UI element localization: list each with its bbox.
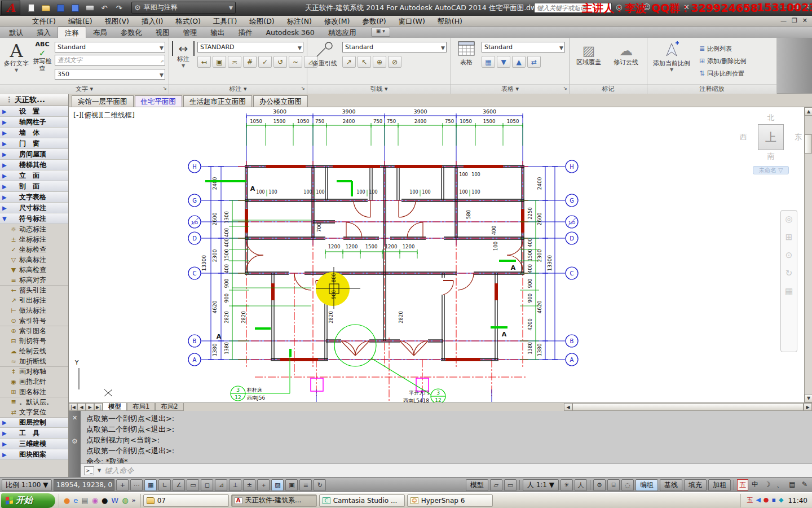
table-tool-icon[interactable]: ▼ xyxy=(497,56,510,68)
table-tool-icon[interactable]: ▲ xyxy=(512,56,526,68)
menu-item[interactable]: 工具(T) xyxy=(207,16,243,27)
text-height-combo[interactable]: 350▼ xyxy=(55,69,165,80)
sidebar-item[interactable]: ▼ 符号标注 xyxy=(0,213,68,224)
lock-icon[interactable]: ⌸ xyxy=(607,479,620,491)
sidebar-item[interactable]: ▶ 设 置 xyxy=(0,106,68,117)
status-toggle-icon[interactable]: ⟂ xyxy=(229,479,241,491)
tray-icon[interactable]: ◆ xyxy=(779,496,783,505)
ime-bar-icon[interactable]: 五 xyxy=(737,479,748,491)
sidebar-item[interactable]: ≈ 加折断线 xyxy=(0,356,68,366)
drawing-tab[interactable]: 生活超市正立面图 xyxy=(183,95,252,107)
mtext-button[interactable]: A 多行文字▼ xyxy=(3,41,29,73)
status-toggle-icon[interactable]: ▭ xyxy=(187,479,199,491)
pan-icon[interactable]: ⊞ xyxy=(785,232,793,242)
menu-item[interactable]: 修改(M) xyxy=(318,16,356,27)
sidebar-item[interactable]: ▶ 图层控制 xyxy=(0,417,68,428)
sidebar-item[interactable]: ☼ 动态标注 xyxy=(0,224,68,234)
wrench-icon[interactable]: ⚙ xyxy=(69,437,81,445)
doc-close-button[interactable]: ✕ xyxy=(802,17,807,24)
sidebar-item[interactable]: ⊟ 剖切符号 xyxy=(0,336,68,346)
viewcube-north[interactable]: 北 xyxy=(740,113,802,123)
add-current-scale-button[interactable]: 添加当前比例▼ xyxy=(650,41,694,72)
autocad-logo-button[interactable]: A xyxy=(1,1,20,15)
chevron-down-icon[interactable]: ▼ xyxy=(98,468,101,473)
status-toggle-icon[interactable]: ± xyxy=(243,479,255,491)
scroll-left-button[interactable]: ◀ xyxy=(564,403,572,411)
doc-restore-button[interactable]: ❐ xyxy=(792,17,797,24)
quick-launch-icon[interactable]: e xyxy=(73,496,78,505)
horizontal-scroll-thumb[interactable] xyxy=(572,403,804,411)
menu-item[interactable]: 视图(V) xyxy=(99,16,135,27)
scale-list-button[interactable]: ⊞ 添加/删除比例 xyxy=(699,55,747,67)
dim-tool-icon[interactable]: ≍ xyxy=(228,56,241,68)
quick-launch-icon[interactable]: ● xyxy=(64,496,70,505)
horizontal-scrollbar[interactable]: ◀ ▶ xyxy=(564,403,812,411)
ribbon-tab[interactable]: Autodesk 360 xyxy=(259,27,321,38)
sidebar-item[interactable]: ± 坐标标注 xyxy=(0,234,68,244)
sidebar-item[interactable]: ▶ 图块图案 xyxy=(0,449,68,460)
showmotion-icon[interactable]: ▦ xyxy=(785,286,793,296)
ribbon-tab[interactable]: 布局 xyxy=(86,27,114,38)
ribbon-tab[interactable]: 精选应用 xyxy=(321,27,363,38)
menu-item[interactable]: 插入(I) xyxy=(135,16,169,27)
markup-button[interactable]: ☁ 修订云线 xyxy=(610,42,642,67)
table-button[interactable]: 表格 xyxy=(454,41,479,66)
start-button[interactable]: 开始 xyxy=(1,493,55,508)
tray-icon[interactable]: ▪ xyxy=(771,496,775,505)
drawing-tab[interactable]: 宾馆一层平面图 xyxy=(72,95,134,107)
drawing-canvas[interactable]: HHGG1/D1/DDDCCBBAA3600390039003600105015… xyxy=(69,107,804,402)
multileader-button[interactable]: 多重引线 xyxy=(310,41,339,67)
ribbon-tab[interactable]: 默认 xyxy=(2,27,30,38)
leader-tool-icon[interactable]: ↗ xyxy=(342,56,356,68)
open-file-icon[interactable] xyxy=(39,2,52,14)
dimension-button[interactable]: ↔ 标注▼ xyxy=(172,41,195,68)
tangent-toggle-button[interactable]: 基线 xyxy=(660,479,682,491)
dim-tool-icon[interactable]: ↤ xyxy=(197,56,211,68)
ime-bar-icon[interactable]: ☽ xyxy=(762,479,773,491)
taskbar-window-button[interactable]: ☺ HyperSnap 6 xyxy=(407,494,493,507)
leader-tool-icon[interactable]: ⊕ xyxy=(373,56,386,68)
ribbon-tab[interactable]: 输出 xyxy=(204,27,232,38)
panel-footer-text[interactable]: 文字 ▾↘ xyxy=(0,84,169,94)
scroll-up-button[interactable]: ▲ xyxy=(805,107,812,116)
orbit-icon[interactable]: ↻ xyxy=(785,268,793,278)
find-text-input[interactable]: 查找文字⌕ xyxy=(55,55,165,65)
ime-bar-icon[interactable]: ✎ xyxy=(799,479,810,491)
sidebar-item[interactable]: ⇄ 文字复位 xyxy=(0,407,68,417)
status-toggle-icon[interactable]: ▦ xyxy=(144,479,157,491)
ribbon-tab[interactable]: 注释 xyxy=(58,27,86,38)
tangent-toggle-button[interactable]: 编组 xyxy=(636,479,658,491)
quick-view-layouts-icon[interactable]: ▱ xyxy=(490,479,502,491)
vertical-scrollbar[interactable]: ▲ ▼ xyxy=(804,107,812,402)
dim-tool-icon[interactable]: # xyxy=(243,56,257,68)
workspace-switcher[interactable]: ⚙ 草图与注释 ▼ xyxy=(131,2,236,14)
ribbon-tab[interactable]: 参数化 xyxy=(114,27,149,38)
tangent-toggle-button[interactable]: 加粗 xyxy=(708,479,731,491)
quick-launch-icon[interactable]: ● xyxy=(102,496,108,505)
sidebar-item[interactable]: ▶ 尺寸标注 xyxy=(0,203,68,213)
zoom-icon[interactable]: ⊙ xyxy=(785,250,793,260)
tray-icon[interactable]: 五 xyxy=(747,496,753,505)
ribbon-tab[interactable]: 插件 xyxy=(232,27,259,38)
text-style-combo[interactable]: Standard▼ xyxy=(55,42,165,52)
sidebar-item[interactable]: ← 箭头引注 xyxy=(0,285,68,295)
table-tool-icon[interactable]: ▦ xyxy=(482,56,495,68)
viewcube-top-face[interactable]: 上 xyxy=(758,124,784,150)
menu-item[interactable]: 编辑(E) xyxy=(62,16,99,27)
layout-tab[interactable]: 布局1 xyxy=(127,403,155,411)
ribbon-overflow-button[interactable]: ▣ ▾ xyxy=(371,28,390,37)
markup-button[interactable]: ▨ 区域覆盖 xyxy=(573,42,604,67)
sidebar-item[interactable]: ✓ 坐标检查 xyxy=(0,244,68,255)
leader-tool-icon[interactable]: ⊘ xyxy=(388,56,401,68)
menu-item[interactable]: 帮助(H) xyxy=(431,16,469,27)
sidebar-item[interactable]: ▶ 三维建模 xyxy=(0,439,68,449)
annotation-scale-button[interactable]: 人 1:1 ▼ xyxy=(523,479,559,491)
dim-style-combo[interactable]: STANDARD▼ xyxy=(197,42,303,52)
quick-view-drawings-icon[interactable]: ▭ xyxy=(504,479,517,491)
viewcube-view-name[interactable]: 未命名 ▽ xyxy=(753,166,789,174)
panel-footer-leader[interactable]: 引线 ▾ xyxy=(307,84,451,94)
drawing-tab[interactable]: 办公楼立面图 xyxy=(253,95,308,107)
scroll-down-button[interactable]: ▼ xyxy=(805,394,812,402)
spell-check-button[interactable]: ABC✓ 拼写检查 xyxy=(32,41,53,72)
undo-icon[interactable]: ↶ xyxy=(98,2,111,14)
